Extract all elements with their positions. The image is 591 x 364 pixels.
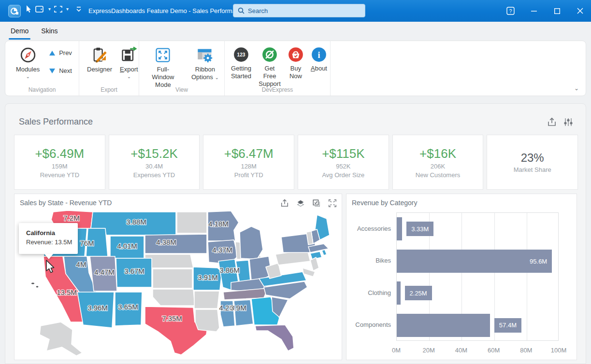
kpi-sub: 30.4M [145,163,163,170]
kpi-card-revenue[interactable]: +$6.49M 159M Revenue YTD [14,135,105,190]
state-kansas[interactable] [153,269,192,288]
map-value-label: 4.18M [208,220,229,228]
buy-now-button[interactable]: Buy Now [285,45,307,81]
getting-started-label: Getting Started [231,65,252,80]
kpi-value: +$6.47M [224,146,274,161]
state-nebraska[interactable] [145,254,193,268]
designer-label: Designer [87,66,112,73]
tooltip-value: Revenue: 13.5M [26,238,78,246]
state-alaska[interactable] [40,322,82,356]
full-window-icon [154,46,172,64]
kpi-label: Profit YTD [234,171,263,179]
kpi-sub: 206K [431,163,445,170]
frame-icon[interactable] [54,5,63,13]
sliders-icon[interactable] [563,117,573,127]
bar-value-label: 2.25M [405,286,432,300]
bar-chart-panel: Revenue by Category 3.33M95.6M2.25M57.4M… [346,194,577,360]
chevron-down-icon[interactable]: ▾ [48,7,51,12]
export-tray-icon[interactable] [547,117,557,127]
tab-demo[interactable]: Demo [11,22,29,41]
quick-access-toolbar: ▾ ▾ [25,5,82,13]
state-arkansas[interactable] [194,291,219,308]
buy-now-icon [288,46,304,63]
ribbon-collapse-chevron[interactable]: ⌄ [574,85,579,92]
next-button[interactable]: Next [49,67,72,74]
bar-clothing[interactable] [397,281,401,305]
bar-accessories[interactable] [397,217,402,240]
map-value-label: 3.91M [198,273,218,281]
map-tooltip: California Revenue: 13.5M [19,223,78,254]
state-oklahoma[interactable] [153,289,195,306]
designer-button[interactable]: Designer [84,45,115,74]
gridline [527,213,527,340]
bar-bikes[interactable]: 95.6M [397,250,552,273]
getting-started-icon: 123 [233,46,249,63]
channel-islands [36,286,39,288]
maximize-button[interactable] [546,0,568,22]
state-north-dakota[interactable] [177,212,207,233]
qat-overflow-icon[interactable] [76,6,82,13]
kpi-card-avg-order[interactable]: +$115K 952K Avg Order Size [298,135,389,190]
search-input[interactable] [248,7,354,14]
search-box[interactable] [233,4,365,17]
tab-skins[interactable]: Skins [41,22,58,41]
chevron-down-icon[interactable]: ▾ [66,7,69,12]
bar-value-label: 95.6M [530,257,547,265]
state-michigan[interactable] [240,226,263,259]
category-label: Bikes [346,245,391,277]
full-window-mode-button[interactable]: Full-Window Mode [143,45,183,90]
full-window-mode-label: Full-Window Mode [146,66,180,89]
app-icon[interactable] [8,5,21,17]
designer-icon [91,46,108,64]
close-button[interactable] [569,0,591,22]
ribbon-group-devexpress: 123 Getting Started Get Free Support [225,41,331,96]
compass-icon [19,46,37,64]
help-button[interactable]: ? [499,0,521,22]
group-label-export: Export [79,86,139,93]
tooltip-pointer [44,254,53,259]
about-button[interactable]: i About [308,45,330,73]
export-tray-icon[interactable] [280,199,289,208]
kpi-card-market-share[interactable]: 23% Market Share [487,135,578,190]
svg-text:123: 123 [237,52,245,57]
kpi-label: Expenses YTD [133,171,175,179]
bar-value-label: 3.33M [406,222,433,236]
kpi-card-expenses[interactable]: +$15.2K 30.4M Expenses YTD [109,135,200,190]
state-new-jersey[interactable] [310,257,319,271]
map-panel: Sales by State - Revenue YTD [14,194,342,360]
window-title: ExpressDashboards Feature Demo - Sales P… [88,7,246,14]
state-rhode-island[interactable] [322,250,327,255]
map-value-label: 3.65M [118,303,138,311]
bar-value-label: 57.4M [494,318,521,333]
modules-button[interactable]: Modules ⌄ [13,45,43,79]
kpi-card-new-customers[interactable]: +$16K 206K New Customers [392,135,484,190]
map-value-label: 3.86M [219,266,240,274]
app-icon-glyph [10,7,19,15]
layers-icon[interactable] [296,199,305,208]
minimize-button[interactable] [523,0,545,22]
modules-label: Modules [16,66,40,73]
cursor-icon[interactable] [25,5,32,13]
mouse-cursor [45,260,56,274]
ribbon-group-view: Full-Window Mode Ribbon Options [139,41,225,96]
state-florida[interactable] [255,325,294,351]
expand-icon[interactable] [328,199,337,208]
export-floppy-icon [120,46,138,64]
group-label-view: View [139,86,224,93]
map-value-label: 3.96M [87,304,108,312]
state-louisiana[interactable] [195,309,219,332]
bar-components[interactable] [397,314,490,337]
prev-button[interactable]: Prev [49,49,72,56]
multiselect-icon[interactable] [312,199,321,208]
about-label: About [311,65,327,72]
panel-icon[interactable] [35,5,45,13]
close-icon [577,8,583,14]
getting-started-button[interactable]: 123 Getting Started [228,45,255,81]
chevron-down-icon: ⌄ [26,75,29,78]
map-value-label: 3.88M [126,218,146,226]
ribbon-options-button[interactable]: Ribbon Options ⌄ [186,45,224,82]
map-panel-title: Sales by State - Revenue YTD [20,199,112,207]
export-button[interactable]: Export ⌄ [117,45,141,79]
get-free-support-button[interactable]: Get Free Support [256,45,284,89]
kpi-card-profit[interactable]: +$6.47M 128M Profit YTD [203,135,294,190]
